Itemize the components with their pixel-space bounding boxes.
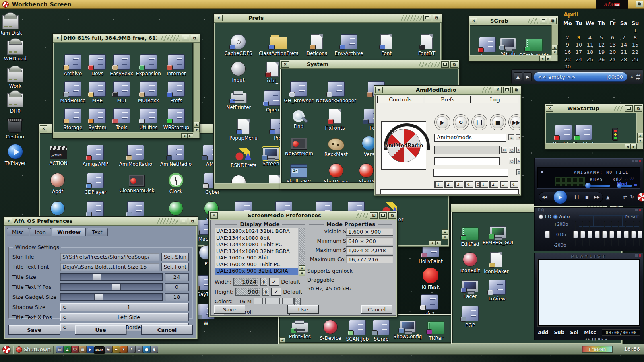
window-wbstartup[interactable]: ×WBStartup⧉ DisabledEnabledWBStartup++ ▲… xyxy=(544,104,644,150)
calendar-date-0[interactable] xyxy=(562,27,573,35)
sub-button[interactable]: Sub xyxy=(554,330,564,335)
mode-item-4[interactable]: UAE:644x 362 8bit xyxy=(215,255,298,261)
icon-nofastmem[interactable]: NoFastMem xyxy=(282,136,316,156)
preset-button-2[interactable]: 3 xyxy=(500,181,508,188)
mode-item-0[interactable]: UAE:1280x1024 32bit BGRA xyxy=(215,228,298,235)
sel-button[interactable]: Sel xyxy=(570,330,578,335)
tab-controls[interactable]: Controls xyxy=(377,96,423,103)
scroll-left-icon[interactable]: ◀ xyxy=(429,240,435,245)
eq-band-10[interactable] xyxy=(638,221,642,246)
icon-gh-browser[interactable]: GH_Browser xyxy=(281,81,316,103)
gadget-size-slider[interactable] xyxy=(60,293,163,301)
icon-cleanramdisk[interactable]: CleanRamDisk xyxy=(120,173,154,193)
width-default-checkbox[interactable]: ✓ xyxy=(269,278,279,286)
calendar-date-22[interactable]: 17 xyxy=(573,49,584,56)
tab-prefs[interactable]: Prefs xyxy=(425,96,471,103)
icon-aminetradio[interactable]: AmiNetRadio xyxy=(159,145,193,167)
icon-cdplayer[interactable]: CDPlayer xyxy=(78,173,113,195)
window-afa-preferences[interactable]: ×AfA_OS Preferences⧉ Misc Icon Window Te… xyxy=(3,216,198,340)
close-icon[interactable]: × xyxy=(210,212,218,219)
calendar-date-21[interactable]: 16 xyxy=(562,49,573,56)
depth-icon[interactable]: ⧉ xyxy=(512,87,520,93)
icon-amimodradio[interactable]: AmiModRadio xyxy=(118,145,153,167)
scroll-down-icon[interactable]: ▼ xyxy=(442,234,448,240)
add-button[interactable]: Add xyxy=(538,330,548,335)
icon-netprinter[interactable]: NetPrinter xyxy=(221,90,256,110)
width-stepper[interactable]: ▲▼ xyxy=(260,278,267,286)
icon-fixfonts[interactable]: FixFonts xyxy=(318,109,352,131)
shutdown-button[interactable]: ⏻ShutDown xyxy=(16,346,51,353)
mode-item-2[interactable]: UAE:1344x1080 16bit PC xyxy=(215,241,298,248)
calendar-date-33[interactable]: 28 xyxy=(618,56,630,64)
icon-tkplayer[interactable]: TKPlayer xyxy=(0,144,33,166)
calendar-date-28[interactable]: 23 xyxy=(562,56,573,64)
calendar-date-5[interactable] xyxy=(618,27,630,35)
sphere-icon[interactable]: ● xyxy=(143,346,151,353)
icon-killtask[interactable]: KillTask xyxy=(413,268,448,290)
window-amimodradio[interactable]: ×AmiModRadio⊻⧉ Controls Prefs Log AmiMod… xyxy=(374,85,522,196)
tab-misc[interactable]: Misc xyxy=(7,228,29,236)
cancel-icon[interactable]: ⊘ xyxy=(516,147,520,153)
eq-band-9[interactable] xyxy=(631,221,635,246)
icon-rexxmast[interactable]: RexxMast xyxy=(319,136,353,157)
vertical-scrollbar[interactable]: ▲▼ xyxy=(551,25,558,55)
home-icon[interactable]: ⌂ xyxy=(508,134,514,140)
tab-window[interactable]: Window xyxy=(52,228,86,236)
icon-dh0[interactable]: DH0 xyxy=(0,93,33,114)
close-icon[interactable]: × xyxy=(5,218,12,224)
stop-button[interactable]: ■ xyxy=(585,195,589,199)
window-screenmode-preferences[interactable]: ×ScreenMode Preferences⊡⧉ Display Mode M… xyxy=(208,211,398,317)
icon-wbstartup-[interactable]: WBStartup++ xyxy=(598,127,632,143)
icon-cestino[interactable]: Cestino xyxy=(0,117,32,140)
pause-button[interactable]: ❙❙ xyxy=(471,114,487,130)
title-font-field[interactable]: DejaVuSans-Bold.ttf.font Size 15 xyxy=(60,263,159,271)
globe-icon[interactable]: ⊕ xyxy=(501,147,507,153)
eq-band-6[interactable] xyxy=(609,221,613,246)
mode-item-3[interactable]: UAE:1344x1080 32bit BGRA xyxy=(215,248,298,255)
select-font-button[interactable]: Sel. Font xyxy=(161,263,189,271)
colors-slider[interactable] xyxy=(254,298,301,304)
minimize-icon[interactable]: ⊻ xyxy=(494,87,502,93)
save-button[interactable]: Save xyxy=(8,325,60,335)
calendar-date-29[interactable]: 24 xyxy=(573,56,584,64)
eq-band-7[interactable] xyxy=(617,221,621,246)
search-icon[interactable]: ○ xyxy=(509,147,515,153)
mode-item-5[interactable]: UAE:644x 362 16bit PC xyxy=(215,261,298,268)
calendar-date-24[interactable]: 19 xyxy=(596,49,607,56)
calendar-date-14[interactable]: 9 xyxy=(562,42,573,49)
display-mode-list[interactable]: UAE:1280x1024 32bit BGRAUAE:1344x1080 8b… xyxy=(215,228,298,275)
calendar-date-19[interactable]: 14 xyxy=(618,42,630,49)
scroll-up-icon[interactable]: ▲ xyxy=(299,265,305,271)
play-button[interactable]: ▶ xyxy=(553,190,567,204)
icon-shutdown[interactable]: ShutDown xyxy=(319,163,353,183)
repeat-icon[interactable]: ↻ xyxy=(630,195,634,200)
calendar-date-23[interactable]: 18 xyxy=(584,49,596,56)
minimize-icon[interactable] xyxy=(632,160,634,162)
iconify-icon[interactable] xyxy=(182,35,189,41)
icon-ffmpeg-gui[interactable]: FFMPEG_GUI xyxy=(481,226,515,245)
shuffle-icon[interactable]: ⇄ xyxy=(623,195,627,200)
eq-band-8[interactable] xyxy=(624,221,628,246)
window-sgrab[interactable]: ×SGrab⧉ IconsSGrabSGrab.guide ▲▼ ◀▶ xyxy=(468,16,558,62)
calendar-date-32[interactable]: 27 xyxy=(607,56,618,64)
calendar-date-30[interactable]: 25 xyxy=(584,56,596,64)
width-field[interactable]: 1024 xyxy=(233,278,258,286)
disk-icon[interactable]: ◉ xyxy=(105,346,112,353)
close-icon[interactable] xyxy=(639,209,641,211)
cancel-button[interactable]: Cancel xyxy=(361,305,392,314)
close-icon[interactable]: ✕ xyxy=(629,74,634,80)
select-skin-button[interactable]: Sel. Skin xyxy=(161,253,189,261)
calendar-date-1[interactable] xyxy=(573,27,584,35)
calendar-date-8[interactable]: 3 xyxy=(573,35,584,42)
start-menu-icon[interactable] xyxy=(2,346,10,354)
preset-button-0[interactable]: 1 xyxy=(479,181,488,188)
window-playlist[interactable]: PLAYLIST Add Sub Sel Misc 00:00/00:00 Li… xyxy=(534,253,643,340)
next-button[interactable]: ▶▶ xyxy=(594,195,600,199)
icon-printfiles[interactable]: PrintFiles xyxy=(283,320,317,339)
icon-deficons[interactable]: DefIcons xyxy=(299,34,334,56)
path-field[interactable]: Aminet/mods xyxy=(434,134,506,142)
icon-sgrab-guide[interactable]: SGrab.guide xyxy=(517,37,551,55)
icon-whdload[interactable]: WHDload xyxy=(0,40,33,62)
ffplay-icon[interactable]: Z xyxy=(64,346,71,353)
mode-item-1[interactable]: UAE:1344x1080 8bit xyxy=(215,235,298,242)
